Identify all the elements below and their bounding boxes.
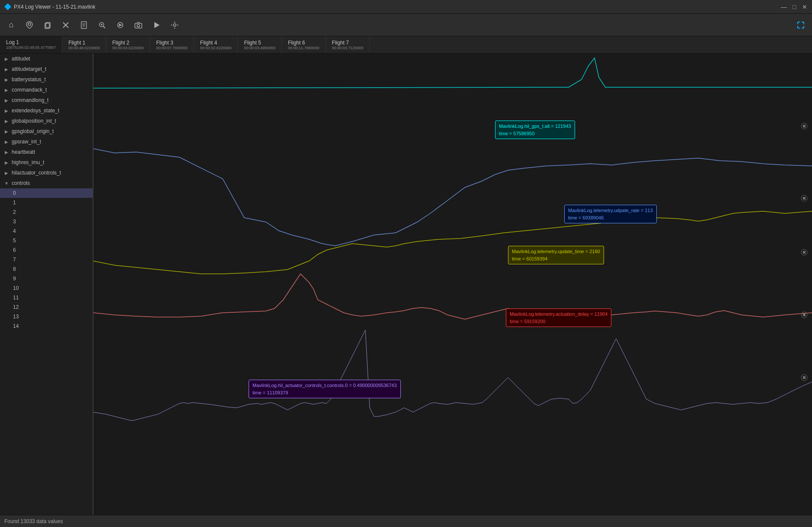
- sidebar-subitem-0[interactable]: 0: [0, 188, 93, 198]
- svg-rect-14: [135, 23, 142, 28]
- titlebar-controls: — □ ✕: [781, 4, 808, 10]
- chart-svg: [93, 54, 812, 515]
- sidebar-item-highres_imu_t[interactable]: ▶highres_imu_t: [0, 157, 93, 168]
- tab-flight-3[interactable]: Flight 300:00:07.7930000: [150, 36, 194, 53]
- chevron-icon: ▶: [3, 159, 10, 165]
- chevron-icon: ▶: [3, 149, 10, 155]
- tabsbar: Log 110675199.02:48:05.4775807Flight 100…: [0, 36, 812, 54]
- zoom-button[interactable]: [94, 17, 110, 33]
- tab-flight-6[interactable]: Flight 600:00:11.7980000: [282, 36, 326, 53]
- chevron-icon: ▼: [3, 180, 10, 186]
- expand-button[interactable]: [793, 17, 809, 33]
- chevron-icon: ▶: [3, 66, 10, 72]
- file-button[interactable]: [76, 17, 92, 33]
- settings-button[interactable]: [167, 17, 182, 33]
- statusbar: Found 13033 data values: [0, 515, 812, 527]
- sidebar-subitem-6[interactable]: 6: [0, 245, 93, 255]
- chevron-icon: ▶: [3, 128, 10, 134]
- sidebar-subitem-13[interactable]: 13: [0, 312, 93, 321]
- chevron-icon: ▶: [3, 56, 10, 62]
- sidebar-item-commandlong_t[interactable]: ▶commandlong_t: [0, 95, 93, 105]
- maximize-button[interactable]: □: [791, 4, 797, 10]
- copy-button[interactable]: [40, 17, 55, 33]
- sidebar-subitem-3[interactable]: 3: [0, 217, 93, 226]
- sidebar-subitem-11[interactable]: 11: [0, 293, 93, 302]
- sidebar-item-batterystatus_t[interactable]: ▶batterystatus_t: [0, 74, 93, 85]
- home-button[interactable]: ⌂: [3, 17, 19, 33]
- app-icon: [4, 3, 11, 10]
- svg-line-10: [103, 26, 105, 28]
- tab-flight-1[interactable]: Flight 100:00:48.0220000: [62, 36, 106, 53]
- sidebar-item-attitudetarget_t[interactable]: ▶attitudetarget_t: [0, 64, 93, 74]
- camera-button[interactable]: [131, 17, 146, 33]
- chart-close-button-4[interactable]: [800, 373, 809, 382]
- chart-close-button-0[interactable]: [800, 122, 809, 130]
- sidebar-subitem-4[interactable]: 4: [0, 226, 93, 236]
- sidebar-subitem-7[interactable]: 7: [0, 255, 93, 264]
- window-title: PX4 Log Viewer - 11-15-21.mavlink: [14, 4, 96, 10]
- sidebar-item-gpsglobal_origin_t[interactable]: ▶gpsglobal_origin_t: [0, 126, 93, 137]
- chart-close-button-3[interactable]: [800, 311, 809, 319]
- tab-flight-7[interactable]: Flight 700:00:03.7120000: [326, 36, 370, 53]
- close-button[interactable]: ✕: [802, 4, 808, 10]
- sidebar-item-attitudet[interactable]: ▶attitudet: [0, 54, 93, 64]
- sidebar-item-heartbeatt[interactable]: ▶heartbeatt: [0, 147, 93, 157]
- status-text: Found 13033 data values: [4, 518, 63, 524]
- vertical-divider: [93, 54, 93, 515]
- chevron-icon: ▶: [3, 97, 10, 103]
- titlebar: PX4 Log Viewer - 11-15-21.mavlink — □ ✕: [0, 0, 812, 14]
- minimize-button[interactable]: —: [781, 4, 787, 10]
- svg-marker-16: [154, 22, 160, 28]
- toolbar: ⌂: [0, 14, 812, 36]
- sidebar-item-controls[interactable]: ▼controls: [0, 178, 93, 188]
- sidebar-item-extendedsys_state_t[interactable]: ▶extendedsys_state_t: [0, 105, 93, 116]
- svg-point-15: [137, 24, 140, 27]
- chevron-icon: ▶: [3, 108, 10, 114]
- sidebar-item-hilactuator_controls_t[interactable]: ▶hilactuator_controls_t: [0, 168, 93, 178]
- tab-log-1[interactable]: Log 110675199.02:48:05.4775807: [0, 36, 62, 53]
- tab-flight-4[interactable]: Flight 400:00:02.6220000: [194, 36, 238, 53]
- location-button[interactable]: [22, 17, 37, 33]
- titlebar-left: PX4 Log Viewer - 11-15-21.mavlink: [4, 3, 96, 10]
- sidebar-subitem-1[interactable]: 1: [0, 198, 93, 207]
- play-button[interactable]: [149, 17, 164, 33]
- chart-close-button-2[interactable]: [800, 248, 809, 257]
- chevron-icon: ▶: [3, 118, 10, 124]
- svg-point-0: [28, 23, 31, 25]
- tab-flight-2[interactable]: Flight 200:00:03.0220000: [106, 36, 150, 53]
- chevron-icon: ▶: [3, 170, 10, 176]
- close-x-button[interactable]: [58, 17, 74, 33]
- chevron-icon: ▶: [3, 139, 10, 145]
- sidebar-subitem-9[interactable]: 9: [0, 274, 93, 283]
- sidebar-item-commandack_t[interactable]: ▶commandack_t: [0, 85, 93, 95]
- tab-flight-5[interactable]: Flight 500:00:03.4950000: [238, 36, 282, 53]
- main-content: ▶attitudet▶attitudetarget_t▶batterystatu…: [0, 54, 812, 515]
- chevron-icon: ▶: [3, 76, 10, 83]
- sidebar-subitem-14[interactable]: 14: [0, 321, 93, 331]
- sidebar-subitem-10[interactable]: 10: [0, 283, 93, 293]
- svg-point-17: [173, 24, 176, 26]
- chevron-icon: ▶: [3, 87, 10, 93]
- sidebar-subitem-5[interactable]: 5: [0, 236, 93, 245]
- sidebar-item-globalposition_int_t[interactable]: ▶globalposition_int_t: [0, 116, 93, 126]
- sidebar-item-gpsraw_int_t[interactable]: ▶gpsraw_int_t: [0, 137, 93, 147]
- sidebar: ▶attitudet▶attitudetarget_t▶batterystatu…: [0, 54, 93, 515]
- sidebar-subitem-2[interactable]: 2: [0, 207, 93, 217]
- sidebar-subitem-8[interactable]: 8: [0, 264, 93, 274]
- record-button[interactable]: [112, 17, 128, 33]
- chart-area: MavlinkLog.hil_gps_t.alt = 121943time = …: [93, 54, 812, 515]
- sidebar-subitem-12[interactable]: 12: [0, 302, 93, 312]
- chart-close-button-1[interactable]: [800, 194, 809, 203]
